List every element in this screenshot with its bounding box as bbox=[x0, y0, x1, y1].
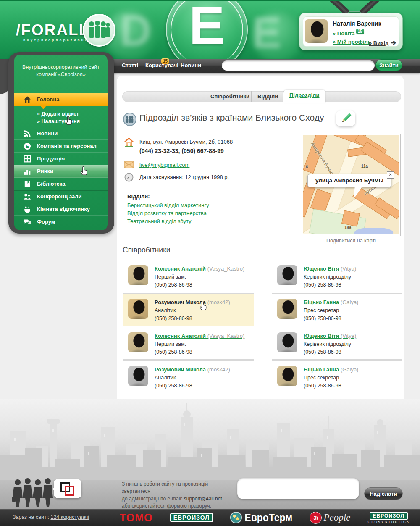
rss-icon bbox=[24, 130, 31, 137]
tab-employees[interactable]: Співробітники bbox=[205, 91, 255, 102]
employee-avatar[interactable] bbox=[128, 299, 148, 319]
mail-link[interactable]: » Пошта bbox=[333, 30, 355, 37]
employee-nick: (Vitya) bbox=[341, 333, 356, 339]
employee-avatar[interactable] bbox=[128, 265, 148, 285]
email-link[interactable]: live@mybigmail.com bbox=[139, 162, 189, 168]
employee-role: Аналітик bbox=[155, 308, 176, 313]
tab-units[interactable]: Підрозділи bbox=[284, 90, 326, 103]
employee-avatar[interactable] bbox=[277, 332, 297, 352]
sidebar-item-company[interactable]: E Компанія та персонал bbox=[14, 139, 108, 153]
employee-phone: (050) 258-86-98 bbox=[304, 282, 341, 288]
employee-avatar[interactable] bbox=[277, 299, 297, 319]
employee-role: Керівник підрозділу bbox=[304, 274, 351, 280]
partner-logos: TOMO ЕВРОИЗОЛ ЕвроТерм 3іPeople ЕВРОИЗОЛ… bbox=[120, 509, 410, 526]
footer-note: З питань роботи сайту та пропозицій звер… bbox=[122, 481, 235, 510]
employee-card[interactable]: Ющенко Вітя (Vitya) Керівник підрозділу … bbox=[272, 260, 402, 292]
globe-icon bbox=[230, 512, 242, 523]
department-link[interactable]: Театральний відділ збуту bbox=[127, 218, 192, 224]
employee-name-link[interactable]: Колесник Анатолій (Vasya_Kastro) bbox=[155, 266, 244, 272]
sidebar-item-conference[interactable]: Конференц зали bbox=[14, 190, 108, 203]
threei-people-logo[interactable]: 3іPeople bbox=[310, 512, 350, 524]
departments-title: Відділи: bbox=[127, 193, 150, 200]
employee-name-link[interactable]: Ющенко Вітя (Vitya) bbox=[304, 333, 356, 339]
city-skyline bbox=[0, 400, 420, 480]
evroterm-logo[interactable]: ЕвроТерм bbox=[230, 512, 292, 523]
employee-avatar[interactable] bbox=[128, 332, 148, 352]
employee-avatar[interactable] bbox=[277, 265, 297, 285]
site-logo[interactable]: /FORALL bbox=[16, 21, 89, 39]
map-building-number: 11а bbox=[361, 164, 368, 168]
sidebar-item-label: Бібліотека bbox=[37, 181, 65, 187]
support-email-link[interactable]: support@4all.net bbox=[184, 496, 222, 502]
evroizol-geo-logo[interactable]: ЕВРОИЗОЛGEOSYNTHETICS bbox=[368, 512, 410, 524]
search-button[interactable]: Знайти bbox=[375, 59, 402, 71]
send-button[interactable]: Надіслати bbox=[364, 487, 403, 500]
sidebar-item-markets[interactable]: Ринки bbox=[14, 165, 108, 178]
footer-note-line3: або скористайтеся формою праворуч. bbox=[122, 503, 211, 509]
profile-link[interactable]: » Мій профіль bbox=[333, 39, 371, 45]
view-on-map-link[interactable]: Подивитися на карті bbox=[302, 238, 401, 244]
map-building-number: 6 bbox=[306, 165, 308, 169]
tab-departments[interactable]: Відділи bbox=[251, 91, 284, 102]
nav-link-news[interactable]: Новини bbox=[181, 62, 201, 68]
employee-card[interactable]: Ющенко Вітя (Vitya) Керівник підрозділу … bbox=[272, 327, 402, 360]
employee-name-link[interactable]: Біцько Ганна (Galya) bbox=[304, 366, 358, 373]
feedback-textarea[interactable] bbox=[237, 478, 359, 499]
chat-bubbles-icon bbox=[24, 218, 31, 226]
employee-role: Перший зам. bbox=[155, 341, 186, 347]
logo-square-red bbox=[65, 486, 74, 496]
edit-button[interactable] bbox=[336, 110, 355, 126]
sidebar-item-news[interactable]: Новини bbox=[14, 127, 108, 140]
employee-avatar[interactable] bbox=[128, 366, 148, 386]
map-canvas[interactable]: Амвросия Бучмы просп. Пав 6 11а 18а улиц… bbox=[303, 135, 399, 234]
people-logo-icon bbox=[83, 14, 116, 47]
evroizol-logo[interactable]: ЕВРОИЗОЛ bbox=[170, 513, 213, 522]
employee-name[interactable]: Розумович Микола (mosk42) bbox=[155, 299, 230, 305]
department-link[interactable]: Беристицький відділ маркетингу bbox=[127, 202, 209, 208]
sidebar-item-label: Головна bbox=[37, 96, 59, 103]
employee-card[interactable]: Колесник Анатолій (Vasya_Kastro) Перший … bbox=[123, 327, 254, 360]
employee-role: Прес секретар bbox=[304, 308, 339, 313]
tomo-logo[interactable]: TOMO bbox=[120, 512, 153, 524]
footer-bubble-logo bbox=[54, 479, 81, 498]
employee-card-highlighted[interactable]: Розумович Микола (mosk42) Аналітик (050)… bbox=[123, 293, 254, 326]
employee-nick: (Galya) bbox=[341, 299, 359, 305]
sidebar-item-home[interactable]: Головна bbox=[14, 93, 108, 106]
employee-name-link[interactable]: Біцько Ганна (Galya) bbox=[304, 299, 358, 305]
employee-card[interactable]: Розумович Микола (mosk42) Аналітик (050)… bbox=[123, 360, 254, 393]
search-input[interactable] bbox=[222, 60, 375, 71]
nav-link-articles[interactable]: Статті bbox=[122, 62, 138, 68]
unit-icon bbox=[123, 113, 136, 126]
sidebar-item-label: Ринки bbox=[37, 168, 53, 174]
footer-people-silhouette bbox=[12, 478, 54, 508]
user-avatar[interactable] bbox=[305, 19, 328, 43]
employee-card[interactable]: Біцько Ганна (Galya) Прес секретар (050)… bbox=[272, 360, 402, 393]
employee-name-link[interactable]: Ющенко Вітя (Vitya) bbox=[304, 266, 356, 272]
footer-note-line2: до адміністрації по e-mail: bbox=[122, 496, 184, 502]
tooltip-close-icon[interactable]: × bbox=[387, 171, 394, 179]
sidebar-item-library[interactable]: Бібліотека bbox=[14, 177, 108, 191]
employee-nick: (Vasya_Kastro) bbox=[207, 333, 245, 339]
sidebar-subitem-add-widget[interactable]: » Додати віджет bbox=[37, 111, 79, 117]
employee-card[interactable]: Біцько Ганна (Galya) Прес секретар (050)… bbox=[272, 293, 402, 326]
employee-phone: (050) 258-86-98 bbox=[304, 383, 341, 389]
logout-link[interactable]: » Вихід bbox=[369, 40, 388, 46]
employee-name-link[interactable]: Колесник Анатолій (Vasya_Kastro) bbox=[155, 333, 244, 339]
online-users-link[interactable]: 124 користувачі bbox=[50, 514, 89, 520]
sidebar-item-forum[interactable]: Форум bbox=[14, 215, 108, 228]
employee-card[interactable]: Колесник Анатолій (Vasya_Kastro) Перший … bbox=[123, 260, 254, 292]
blur-letter-d: D bbox=[120, 5, 152, 56]
sidebar-subitem-settings[interactable]: » Налаштування bbox=[37, 118, 80, 124]
sidebar-item-products[interactable]: Продукція bbox=[14, 152, 108, 166]
sidebar-item-lounge[interactable]: Кімната відпочинку bbox=[14, 203, 108, 216]
sidebar-item-label: Форум bbox=[37, 218, 55, 225]
employee-nick: (mosk42) bbox=[207, 366, 230, 373]
map-widget[interactable]: Амвросия Бучмы просп. Пав 6 11а 18а улиц… bbox=[302, 134, 401, 236]
pencil-icon bbox=[339, 113, 352, 124]
department-link[interactable]: Відділ розвитку та партнерства bbox=[127, 210, 207, 216]
markets-chart-icon bbox=[24, 168, 31, 175]
employee-name-link[interactable]: Розумович Микола (mosk42) bbox=[155, 366, 230, 373]
employee-phone: (050) 258-86-98 bbox=[155, 349, 192, 355]
employee-avatar[interactable] bbox=[277, 366, 297, 386]
evroizol-geo-box: ЕВРОИЗОЛ bbox=[370, 512, 408, 520]
